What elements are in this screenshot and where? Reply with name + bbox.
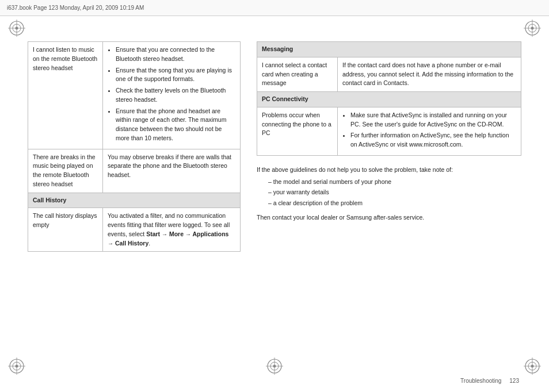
table-row-pc-header: PC Connectivity	[257, 92, 521, 107]
page-label: Troubleshooting	[460, 378, 501, 384]
table-row: The call history displays empty You acti…	[28, 208, 241, 252]
bottom-center-mark	[266, 358, 283, 375]
contact-line: Then contact your local dealer or Samsun…	[257, 213, 521, 222]
bottom-right-corner-mark	[524, 358, 541, 375]
left-table: I cannot listen to music on the remote B…	[28, 41, 241, 252]
bold-instructions: Start → More → Applications → Call Histo…	[108, 230, 228, 247]
list-item: Check the battery levels on the Bluetoot…	[116, 86, 235, 105]
list-item: For further information on ActiveSync, s…	[350, 131, 516, 149]
list-item: Ensure that the song that you are playin…	[116, 66, 235, 84]
table-row-call-history-header: Call History	[28, 193, 241, 208]
table-row-messaging-header: Messaging	[257, 42, 521, 57]
call-history-header: Call History	[28, 193, 241, 208]
right-cell-pc: Make sure that ActiveSync is installed a…	[338, 107, 521, 155]
table-row: Problems occur when connecting the phone…	[257, 107, 521, 155]
bullet-line-3: – a clear description of the problem	[268, 198, 521, 208]
messaging-header: Messaging	[257, 42, 521, 57]
right-table: Messaging I cannot select a contact card…	[257, 41, 521, 156]
list-item: Ensure that you are connected to the Blu…	[116, 45, 235, 64]
list-item: Make sure that ActiveSync is installed a…	[350, 111, 516, 129]
table-row: There are breaks in the music being play…	[28, 149, 241, 193]
right-cell-messaging: If the contact card does not have a phon…	[338, 57, 521, 91]
right-cell-bluetooth-music: Ensure that you are connected to the Blu…	[103, 42, 241, 149]
left-cell-pc: Problems occur when connecting the phone…	[257, 107, 338, 155]
bottom-text-section: If the above guidelines do not help you …	[257, 165, 521, 222]
content-area: I cannot listen to music on the remote B…	[0, 16, 549, 392]
top-bar: i637.book Page 123 Monday, April 20, 200…	[0, 0, 549, 16]
right-cell-bluetooth-breaks: You may observe breaks if there are wall…	[103, 149, 241, 193]
page-number: 123	[509, 378, 519, 384]
page-container: i637.book Page 123 Monday, April 20, 200…	[0, 0, 549, 392]
table-row: I cannot select a contact card when crea…	[257, 57, 521, 91]
bottom-bullets: – the model and serial numbers of your p…	[257, 177, 521, 208]
bullet-line-1: – the model and serial numbers of your p…	[268, 177, 521, 187]
list-item: Ensure that the phone and headset are wi…	[116, 107, 235, 143]
left-cell-bluetooth-music: I cannot listen to music on the remote B…	[28, 42, 103, 149]
left-cell-messaging: I cannot select a contact card when crea…	[257, 57, 338, 91]
top-right-corner-mark	[524, 20, 541, 37]
left-cell-call-history: The call history displays empty	[28, 208, 103, 252]
top-left-corner-mark	[8, 20, 25, 37]
page-footer: Troubleshooting 123	[460, 378, 519, 384]
right-column: Messaging I cannot select a contact card…	[257, 41, 521, 386]
left-cell-bluetooth-breaks: There are breaks in the music being play…	[28, 149, 103, 193]
table-row: I cannot listen to music on the remote B…	[28, 42, 241, 149]
bottom-intro: If the above guidelines do not help you …	[257, 165, 521, 175]
pc-connectivity-header: PC Connectivity	[257, 92, 521, 107]
bottom-left-corner-mark	[8, 358, 25, 375]
right-cell-call-history: You activated a filter, and no communica…	[103, 208, 241, 252]
bullet-line-2: – your warranty details	[268, 187, 521, 197]
top-bar-text: i637.book Page 123 Monday, April 20, 200…	[7, 5, 144, 11]
